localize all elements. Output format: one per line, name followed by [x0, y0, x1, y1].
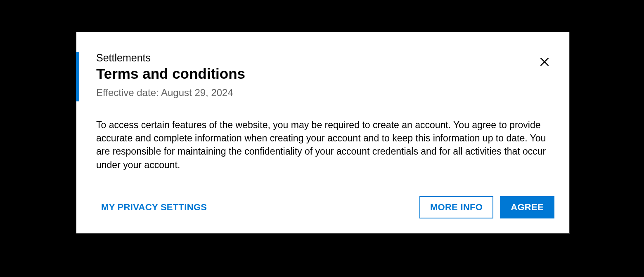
footer-right: MORE INFO AGREE — [419, 196, 554, 218]
terms-text: To access certain features of the websit… — [96, 118, 549, 171]
dialog-header: Settlements Terms and conditions Effecti… — [76, 32, 569, 99]
agree-button[interactable]: AGREE — [500, 196, 554, 218]
close-button[interactable] — [538, 55, 551, 68]
dialog-title: Terms and conditions — [96, 66, 549, 82]
terms-dialog: Settlements Terms and conditions Effecti… — [76, 32, 570, 234]
dialog-footer: MY PRIVACY SETTINGS MORE INFO AGREE — [76, 171, 569, 233]
more-info-button[interactable]: MORE INFO — [419, 196, 493, 218]
dialog-category: Settlements — [96, 52, 549, 64]
privacy-settings-button[interactable]: MY PRIVACY SETTINGS — [91, 197, 217, 218]
dialog-body: To access certain features of the websit… — [76, 99, 569, 171]
close-icon — [539, 56, 550, 67]
effective-date: Effective date: August 29, 2024 — [96, 87, 549, 99]
